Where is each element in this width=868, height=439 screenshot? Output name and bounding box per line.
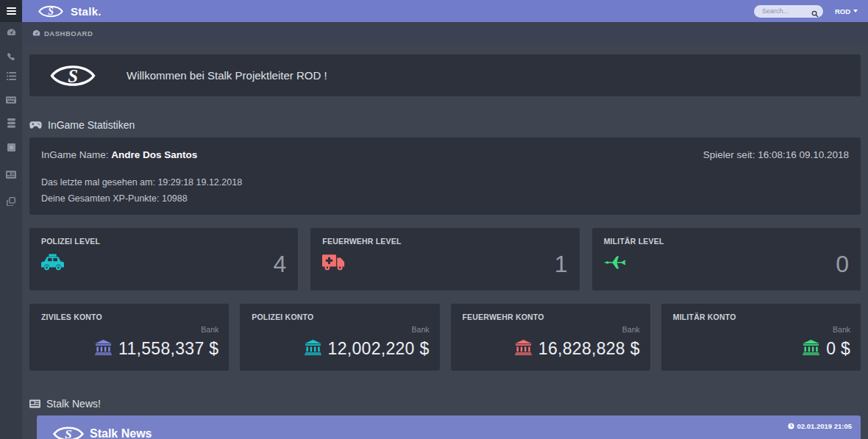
account-card-label: ZIVILES KONTO: [41, 313, 218, 321]
ingame-name: InGame Name: Andre Dos Santos: [41, 149, 197, 160]
ingame-name-value: Andre Dos Santos: [111, 149, 197, 160]
bank-icon: [803, 340, 819, 358]
news-section-header: Stalk News!: [29, 398, 861, 410]
account-amount: 12,002,220 $: [328, 339, 430, 359]
stalk-eye-logo-icon: S: [50, 62, 96, 90]
user-name: ROD: [835, 7, 850, 15]
ingame-stats-panel: InGame Name: Andre Dos Santos Spieler se…: [29, 138, 861, 215]
level-card-label: MILITÄR LEVEL: [604, 237, 849, 246]
level-value: 1: [555, 252, 568, 276]
bank-icon: [515, 340, 532, 358]
search-icon[interactable]: [811, 7, 819, 21]
level-value: 4: [274, 252, 287, 276]
brand[interactable]: S Stalk.: [38, 4, 102, 19]
keyboard-icon: [6, 96, 16, 104]
account-card-label: POLIZEI KONTO: [252, 313, 429, 321]
clock-icon: [788, 423, 794, 429]
sidebar-item-keyboard[interactable]: [0, 96, 22, 104]
militaer-konto-card: MILITÄR KONTO Bank 0 $: [661, 304, 861, 371]
dashboard-icon: [7, 28, 16, 37]
ziviles-konto-card: ZIVILES KONTO Bank 11,558,337 $: [29, 304, 229, 371]
sidebar-item-clone[interactable]: [0, 197, 22, 206]
bank-label: Bank: [463, 325, 640, 334]
ambulance-icon: [322, 254, 345, 274]
sidebar-toggle-button[interactable]: [0, 0, 22, 22]
taxi-icon: [41, 254, 64, 274]
polizei-konto-card: POLIZEI KONTO Bank 12,002,220 $: [240, 304, 439, 371]
svg-text:S: S: [48, 6, 54, 17]
feuerwehr-konto-card: FEUERWEHR KONTO Bank 16,828,828 $: [451, 304, 650, 371]
bank-label: Bank: [41, 325, 218, 334]
level-cards-row: POLIZEI LEVEL 4 FEUERWEHR LEVEL 1: [29, 228, 861, 290]
top-navbar: S Stalk. ROD: [0, 0, 868, 22]
user-dropdown[interactable]: ROD: [835, 7, 858, 15]
brand-name: Stalk.: [71, 5, 102, 18]
news-panel-header: S Stalk News 02.01.2019 21:05: [37, 415, 861, 439]
level-card-label: POLIZEI LEVEL: [41, 237, 286, 246]
sidebar-item-database[interactable]: [0, 118, 22, 128]
bank-label: Bank: [252, 325, 429, 334]
welcome-panel: S Willkommen bei Stalk Projektleiter ROD…: [29, 54, 861, 96]
news-panel-title: Stalk News: [90, 427, 152, 439]
hamburger-icon: [7, 6, 16, 16]
stats-section-title: InGame Statistiken: [48, 119, 135, 131]
sidebar-item-newspaper[interactable]: [0, 171, 22, 179]
database-icon: [7, 118, 15, 128]
sidebar-item-box[interactable]: [0, 143, 22, 151]
account-card-label: MILITÄR KONTO: [673, 313, 850, 321]
stalk-eye-logo-icon: S: [53, 424, 84, 439]
welcome-message: Willkommen bei Stalk Projektleiter ROD !: [127, 69, 327, 82]
account-card-label: FEUERWEHR KONTO: [463, 313, 640, 321]
svg-text:S: S: [65, 427, 71, 439]
last-seen: Das letzte mal gesehen am: 19:29:18 19.1…: [41, 177, 849, 188]
gamepad-icon: [29, 121, 42, 129]
search-input[interactable]: [754, 7, 805, 15]
navbar-main: S Stalk. ROD: [22, 0, 868, 22]
sidebar-item-dashboard[interactable]: [0, 28, 22, 37]
account-amount: 0 $: [826, 339, 850, 359]
feuerwehr-level-card: FEUERWEHR LEVEL 1: [310, 228, 579, 290]
sidebar-item-list[interactable]: [0, 72, 22, 80]
account-amount: 16,828,828 $: [538, 339, 640, 359]
newspaper-icon: [29, 399, 40, 408]
bank-icon: [95, 340, 112, 358]
account-amount: 11,558,337 $: [118, 339, 218, 359]
breadcrumb: DASHBOARD: [22, 22, 868, 44]
news-section-title: Stalk News!: [46, 398, 101, 410]
clone-icon: [7, 197, 15, 206]
search-box: [754, 5, 823, 18]
dashboard-breadcrumb-icon: [32, 29, 40, 37]
sidebar: [0, 22, 22, 439]
box-icon: [7, 143, 15, 151]
svg-text:S: S: [68, 65, 78, 85]
bank-label: Bank: [673, 325, 850, 334]
player-since: Spieler seit: 16:08:16 09.10.2018: [703, 149, 849, 160]
chevron-down-icon: [853, 10, 858, 13]
newspaper-icon: [6, 171, 16, 179]
militaer-level-card: MILITÄR LEVEL 0: [592, 228, 861, 290]
polizei-level-card: POLIZEI LEVEL 4: [29, 228, 298, 290]
phone-icon: [7, 53, 15, 62]
bank-icon: [305, 340, 321, 358]
xp-points: Deine Gesamten XP-Punkte: 10988: [41, 193, 849, 204]
stalk-eye-logo-icon: S: [38, 4, 63, 19]
fighter-jet-icon: [604, 254, 627, 274]
sidebar-item-phone[interactable]: [0, 53, 22, 62]
account-cards-row: ZIVILES KONTO Bank 11,558,337 $ POLIZEI …: [29, 304, 861, 371]
level-card-label: FEUERWEHR LEVEL: [322, 237, 567, 246]
list-icon: [7, 72, 16, 80]
breadcrumb-label: DASHBOARD: [44, 29, 93, 38]
stats-section-header: InGame Statistiken: [29, 119, 861, 131]
level-value: 0: [836, 252, 849, 276]
news-timestamp: 02.01.2019 21:05: [788, 422, 852, 430]
